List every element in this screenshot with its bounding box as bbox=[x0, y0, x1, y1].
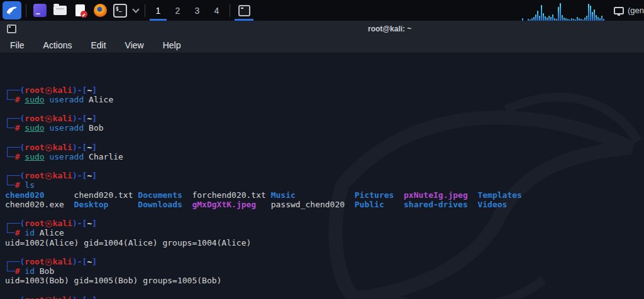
launcher-text-editor[interactable] bbox=[70, 0, 90, 21]
workspace-switcher: 1234 bbox=[148, 0, 226, 21]
firefox-icon bbox=[94, 4, 107, 17]
taskbar: $_ 1234 (gen bbox=[0, 0, 644, 21]
visualizer-bar bbox=[539, 16, 540, 21]
visualizer-bar bbox=[535, 14, 536, 21]
terminal-line: ┌──(root㉿kali)-[~] bbox=[5, 114, 644, 123]
visualizer-bar bbox=[577, 17, 578, 21]
terminal-line: └─# sudo useradd Alice bbox=[5, 95, 644, 104]
terminal-line bbox=[5, 133, 644, 143]
terminal-line: ┌──(root㉿kali)-[~] bbox=[5, 295, 644, 299]
workspace-button-1[interactable]: 1 bbox=[148, 0, 168, 21]
terminal-line bbox=[5, 161, 644, 171]
terminal-line: ┌──(root㉿kali)-[~] bbox=[5, 171, 644, 180]
terminal-output[interactable]: ┌──(root㉿kali)-[~]└─# sudo useradd Alice… bbox=[0, 53, 644, 299]
visualizer-bar bbox=[541, 5, 542, 21]
visualizer-bar bbox=[571, 18, 572, 21]
terminal-line: ┌──(root㉿kali)-[~] bbox=[5, 219, 644, 228]
terminal-line: chend020 chend020.txt Documents forchend… bbox=[5, 190, 644, 200]
visualizer-bar bbox=[590, 6, 591, 21]
app-menu-button[interactable] bbox=[3, 1, 21, 19]
visualizer-bar bbox=[558, 7, 559, 21]
visualizer-bar bbox=[601, 16, 602, 21]
visualizer-bar bbox=[579, 18, 580, 21]
menu-item-help[interactable]: Help bbox=[163, 40, 181, 50]
visualizer-bar bbox=[599, 18, 601, 21]
visualizer-bar bbox=[522, 18, 523, 21]
visualizer-bar bbox=[531, 18, 533, 21]
terminal-line: uid=1003(Bob) gid=1005(Bob) groups=1005(… bbox=[5, 276, 644, 285]
visualizer-bar bbox=[548, 16, 550, 21]
terminal-window-icon bbox=[7, 24, 16, 33]
visualizer-bar bbox=[584, 18, 586, 21]
taskbar-separator bbox=[230, 4, 230, 17]
visualizer-bar bbox=[594, 9, 595, 21]
visualizer-bar bbox=[597, 17, 599, 21]
visualizer-bar bbox=[537, 11, 538, 21]
screen: $_ 1234 (gen root@kali: ~ FileActionsEdi… bbox=[0, 0, 644, 299]
terminal-line: └─# id Alice bbox=[5, 228, 644, 237]
terminal-line: └─# sudo useradd Charlie bbox=[5, 152, 644, 161]
launcher-file-manager[interactable] bbox=[50, 0, 70, 21]
launcher-terminal[interactable]: $_ bbox=[110, 0, 130, 21]
taskbar-separator bbox=[145, 4, 145, 17]
menu-item-view[interactable]: View bbox=[125, 40, 144, 50]
kali-dragon-icon bbox=[5, 3, 19, 18]
terminal-window: root@kali: ~ FileActionsEditViewHelp ┌──… bbox=[0, 21, 644, 299]
tray-label: (gen bbox=[628, 6, 644, 15]
visualizer-bar bbox=[596, 15, 597, 21]
terminal-line: └─# sudo useradd Bob bbox=[5, 123, 644, 133]
visualizer-bar bbox=[565, 18, 567, 21]
chevron-down-icon bbox=[132, 6, 139, 13]
terminal-line bbox=[5, 209, 644, 219]
terminal-dropdown-button[interactable] bbox=[130, 0, 142, 21]
visualizer-bar bbox=[592, 12, 593, 21]
terminal-line: ┌──(root㉿kali)-[~] bbox=[5, 257, 644, 266]
terminal-line bbox=[5, 286, 644, 295]
visualizer-bar bbox=[588, 4, 589, 21]
document-edit-icon bbox=[75, 4, 85, 16]
terminal-line bbox=[5, 247, 644, 257]
visualizer-bar bbox=[543, 13, 544, 21]
terminal-line: ┌──(root㉿kali)-[~] bbox=[5, 143, 644, 152]
taskbar-separator bbox=[26, 4, 26, 17]
workspace-button-3[interactable]: 3 bbox=[187, 0, 207, 21]
workspace-button-4[interactable]: 4 bbox=[207, 0, 226, 21]
window-title: root@kali: ~ bbox=[368, 24, 411, 33]
menu-item-actions[interactable]: Actions bbox=[43, 40, 72, 50]
audio-visualizer bbox=[522, 3, 605, 21]
visualizer-bar bbox=[550, 17, 552, 21]
display-icon[interactable] bbox=[614, 7, 624, 14]
visualizer-bar bbox=[533, 17, 535, 21]
folder-icon bbox=[53, 6, 67, 15]
terminal-line: └─# id Bob bbox=[5, 266, 644, 276]
visualizer-bar bbox=[562, 15, 563, 21]
visualizer-bar bbox=[547, 18, 548, 21]
visualizer-bar bbox=[552, 14, 553, 21]
menu-item-edit[interactable]: Edit bbox=[91, 40, 106, 50]
purple-window-icon bbox=[33, 4, 47, 17]
menu-item-file[interactable]: File bbox=[10, 40, 25, 50]
launcher-window-app[interactable] bbox=[30, 0, 50, 21]
visualizer-bar bbox=[545, 16, 546, 21]
workspace-button-2[interactable]: 2 bbox=[168, 0, 187, 21]
titlebar[interactable]: root@kali: ~ bbox=[0, 21, 644, 38]
terminal-line bbox=[5, 104, 644, 114]
visualizer-bar bbox=[586, 16, 587, 21]
visualizer-bar bbox=[560, 3, 561, 21]
terminal-window-icon bbox=[238, 5, 250, 16]
visualizer-bar bbox=[554, 18, 555, 21]
terminal-line: ┌──(root㉿kali)-[~] bbox=[5, 85, 644, 95]
terminal-icon: $_ bbox=[113, 4, 127, 18]
taskbar-terminal-task[interactable] bbox=[233, 0, 255, 21]
terminal-line: uid=1002(Alice) gid=1004(Alice) groups=1… bbox=[5, 238, 644, 247]
terminal-line: chend020.exe Desktop Downloads gMxDgXtK.… bbox=[5, 200, 644, 209]
visualizer-bar bbox=[564, 18, 565, 21]
terminal-line: └─# ls bbox=[5, 180, 644, 190]
launcher-firefox[interactable] bbox=[90, 0, 110, 21]
menu-bar: FileActionsEditViewHelp bbox=[0, 38, 644, 53]
